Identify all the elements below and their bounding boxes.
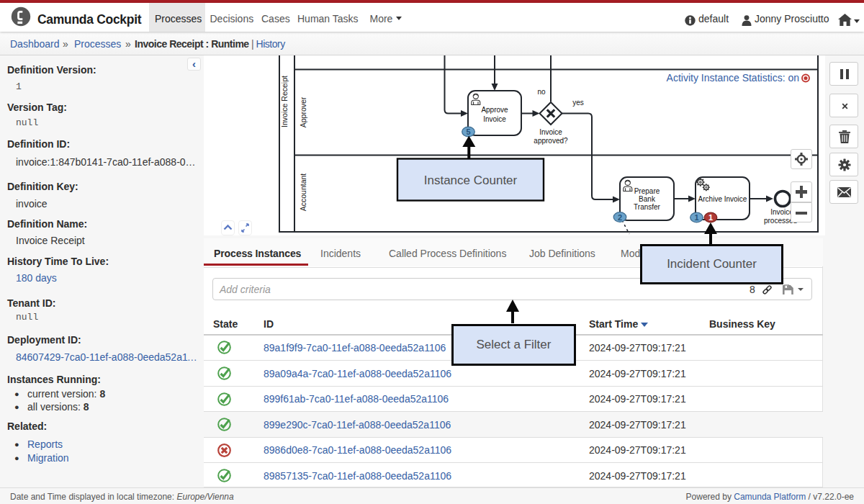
- svg-text:Activity Instance Statistics:: Activity Instance Statistics: on: [667, 72, 799, 84]
- svg-text:Approver: Approver: [299, 96, 307, 127]
- svg-text:5: 5: [466, 127, 470, 136]
- svg-text:Accountant: Accountant: [299, 174, 307, 212]
- svg-text:2: 2: [618, 213, 622, 222]
- svg-text:1: 1: [694, 213, 698, 222]
- svg-text:no: no: [537, 88, 546, 96]
- svg-text:approved?: approved?: [534, 137, 568, 145]
- svg-text:yes: yes: [572, 99, 584, 107]
- svg-text:Invoice: Invoice: [539, 128, 562, 136]
- svg-text:Transfer: Transfer: [634, 203, 661, 211]
- svg-text:Bank: Bank: [639, 195, 656, 203]
- svg-text:Invoice Receipt: Invoice Receipt: [280, 76, 289, 127]
- svg-text:Archive Invoice: Archive Invoice: [698, 195, 747, 203]
- svg-text:Approve: Approve: [481, 106, 508, 114]
- svg-text:Instance Counter: Instance Counter: [424, 174, 518, 187]
- svg-text:Invoice: Invoice: [483, 115, 506, 123]
- svg-text:Prepare: Prepare: [634, 187, 660, 195]
